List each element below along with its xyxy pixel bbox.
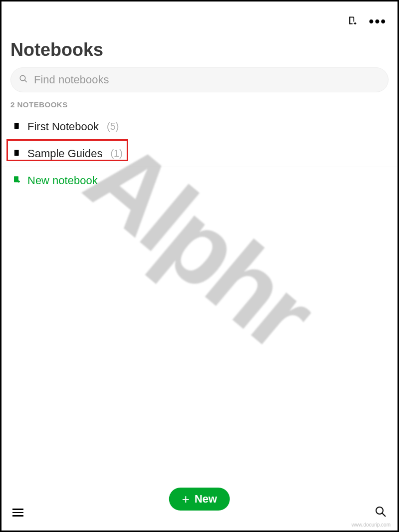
search-icon [19, 74, 28, 85]
notebook-icon [12, 148, 21, 159]
svg-rect-5 [14, 150, 15, 156]
notebook-name: First Notebook [27, 120, 99, 133]
svg-line-1 [24, 80, 27, 82]
new-notebook-row[interactable]: New notebook [1, 167, 398, 194]
notebook-row[interactable]: First Notebook (5) [1, 113, 398, 140]
add-notebook-icon[interactable] [347, 15, 357, 27]
add-notebook-icon [12, 175, 21, 186]
svg-point-0 [20, 75, 25, 81]
watermark-source: www.docurip.com [352, 522, 391, 528]
menu-icon[interactable] [12, 509, 23, 517]
search-icon[interactable] [375, 506, 387, 520]
svg-rect-3 [14, 123, 15, 129]
more-icon[interactable]: ••• [369, 14, 387, 28]
fab-label: New [195, 493, 217, 506]
notebook-count-label: 2 NOTEBOOKS [10, 100, 68, 109]
search-input[interactable] [34, 73, 380, 86]
svg-line-8 [383, 514, 386, 517]
notebook-icon [12, 121, 21, 132]
notebook-count: (1) [110, 148, 122, 159]
notebook-list: First Notebook (5) Sample Guides (1) New… [1, 113, 398, 194]
notebook-row[interactable]: Sample Guides (1) [1, 140, 398, 167]
page-title: Notebooks [10, 39, 103, 60]
search-bar[interactable] [10, 67, 389, 92]
plus-icon: + [182, 493, 190, 506]
notebook-count: (5) [107, 121, 119, 132]
notebook-name: Sample Guides [27, 147, 102, 160]
new-notebook-label: New notebook [27, 174, 98, 187]
svg-point-7 [376, 507, 383, 514]
